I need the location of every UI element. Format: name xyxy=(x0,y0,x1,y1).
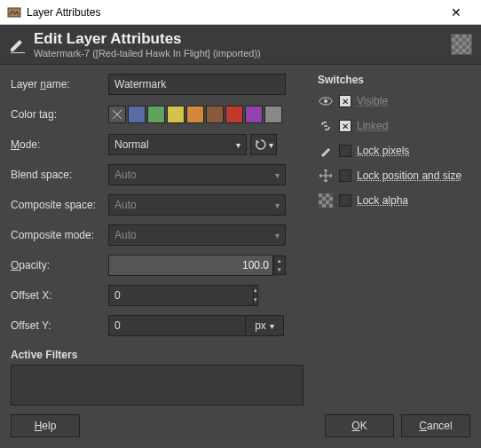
layer-preview xyxy=(451,34,472,55)
mode-reset-button[interactable]: ▾ xyxy=(250,134,277,155)
switch-checkbox-0[interactable]: ✕ xyxy=(339,95,351,107)
offset-unit-combo[interactable]: px▾ xyxy=(245,315,284,336)
link-icon xyxy=(318,118,334,134)
switch-label-3[interactable]: Lock position and size xyxy=(357,169,461,182)
composite-space-combo[interactable]: Auto▾ xyxy=(108,194,286,216)
window-title: Layer Attributes xyxy=(27,6,438,19)
switch-checkbox-4[interactable] xyxy=(339,194,351,207)
titlebar: Layer Attributes ✕ xyxy=(0,0,481,25)
ok-button[interactable]: OK xyxy=(325,414,394,437)
offset-y-input[interactable] xyxy=(108,315,253,336)
opacity-down[interactable]: ▾ xyxy=(274,265,285,274)
mode-combo[interactable]: Normal▾ xyxy=(108,134,247,155)
opacity-slider[interactable]: 100.0 xyxy=(108,255,273,276)
offset-x-down[interactable]: ▾ xyxy=(254,295,257,305)
switch-label-0[interactable]: Visible xyxy=(357,95,388,107)
switch-checkbox-2[interactable] xyxy=(339,145,351,157)
chevron-down-icon: ▾ xyxy=(275,200,280,210)
blend-space-label: Blend space: xyxy=(11,169,108,181)
edit-icon xyxy=(9,35,27,53)
color-tag-5[interactable] xyxy=(206,106,224,123)
color-tag-4[interactable] xyxy=(186,106,204,123)
mode-label: Mode: xyxy=(11,138,108,151)
color-tag-6[interactable] xyxy=(225,106,243,123)
help-button[interactable]: Help xyxy=(11,414,80,437)
offset-x-up[interactable]: ▴ xyxy=(254,286,257,295)
svg-rect-1 xyxy=(11,52,25,53)
chevron-down-icon: ▾ xyxy=(275,170,280,180)
offset-y-label: Offset Y: xyxy=(11,319,108,332)
color-tag-label: Color tag: xyxy=(11,108,108,121)
dialog-header: Edit Layer Attributes Watermark-7 ([Red-… xyxy=(0,25,481,65)
offset-x-input[interactable] xyxy=(108,285,253,306)
layer-name-label: Layer name: xyxy=(11,78,108,90)
layer-name-input[interactable] xyxy=(108,74,286,95)
chevron-down-icon: ▾ xyxy=(275,231,280,240)
composite-space-label: Composite space: xyxy=(11,199,108,211)
color-tag-2[interactable] xyxy=(147,106,165,123)
composite-mode-combo[interactable]: Auto▾ xyxy=(108,224,286,246)
dialog-title: Edit Layer Attributes xyxy=(34,30,261,48)
app-icon xyxy=(7,5,21,20)
color-tag-group xyxy=(108,106,282,123)
color-tag-8[interactable] xyxy=(264,106,282,123)
chevron-down-icon: ▾ xyxy=(236,140,240,150)
color-tag-7[interactable] xyxy=(245,106,263,123)
color-tag-0[interactable] xyxy=(108,106,126,123)
composite-mode-label: Composite mode: xyxy=(11,229,108,241)
switches-heading: Switches xyxy=(318,74,470,86)
switch-label-1[interactable]: Linked xyxy=(357,120,388,132)
switch-checkbox-3[interactable] xyxy=(339,169,351,182)
color-tag-3[interactable] xyxy=(167,106,185,123)
active-filters-list[interactable] xyxy=(11,365,304,405)
opacity-label: Opacity: xyxy=(11,259,108,271)
color-tag-1[interactable] xyxy=(128,106,146,123)
dialog-subtitle: Watermark-7 ([Red-tailed Hawk In Flight]… xyxy=(34,48,261,59)
chevron-down-icon: ▾ xyxy=(270,321,274,331)
svg-rect-6 xyxy=(319,193,333,208)
alpha-icon xyxy=(318,193,334,208)
active-filters-label: Active Filters xyxy=(11,345,304,365)
opacity-up[interactable]: ▴ xyxy=(274,256,285,265)
blend-space-combo[interactable]: Auto▾ xyxy=(108,164,286,185)
switch-label-4[interactable]: Lock alpha xyxy=(357,194,408,207)
move-icon xyxy=(318,168,334,184)
switch-checkbox-1[interactable]: ✕ xyxy=(339,120,351,132)
offset-x-label: Offset X: xyxy=(11,289,108,302)
brush-icon xyxy=(318,143,334,159)
switch-label-2[interactable]: Lock pixels xyxy=(357,145,409,157)
close-button[interactable]: ✕ xyxy=(438,5,474,20)
svg-point-5 xyxy=(324,99,327,103)
cancel-button[interactable]: Cancel xyxy=(401,414,470,437)
eye-icon xyxy=(318,93,334,109)
